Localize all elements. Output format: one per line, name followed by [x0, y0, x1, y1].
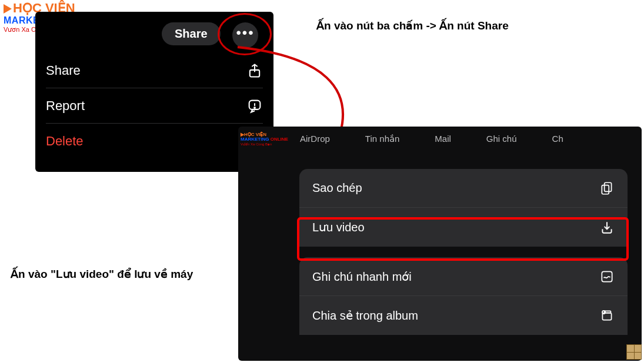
action-copy[interactable]: Sao chép: [299, 169, 628, 208]
share-app-more[interactable]: Ch: [552, 134, 563, 144]
share-apps-row: AirDrop Tin nhắn Mail Ghi chú Ch: [300, 134, 563, 144]
quicknote-icon: [599, 269, 615, 284]
annotation-left: Ấn vào "Lưu video" để lưu về máy: [11, 267, 193, 281]
share-app-mail[interactable]: Mail: [435, 134, 451, 144]
report-icon: [246, 98, 263, 114]
action-quick-note[interactable]: Ghi chú nhanh mới: [299, 257, 628, 296]
menu-item-report[interactable]: Report: [46, 88, 263, 124]
menu-item-label: Share: [46, 63, 81, 78]
share-icon: [246, 62, 263, 79]
action-save-video[interactable]: Lưu video: [299, 208, 628, 247]
annotation-top: Ấn vào nút ba chấm -> Ấn nút Share: [316, 19, 509, 32]
share-header-button[interactable]: Share: [162, 22, 221, 45]
svg-rect-3: [605, 182, 612, 191]
menu-item-share[interactable]: Share: [46, 53, 263, 88]
more-options-button[interactable]: •••: [232, 22, 258, 48]
share-app-messages[interactable]: Tin nhắn: [365, 134, 399, 144]
download-icon: [599, 220, 615, 235]
menu-item-label: Report: [46, 98, 85, 114]
menu-item-label: Delete: [46, 134, 84, 149]
watermark-logo: ▶HỌC VIỆNMARKETING ONLINEVươn Xa Cùng Bạ…: [241, 132, 288, 147]
action-share-album[interactable]: Chia sẻ trong album: [299, 296, 628, 335]
share-sheet-panel: ▶HỌC VIỆNMARKETING ONLINEVươn Xa Cùng Bạ…: [238, 127, 642, 361]
share-app-airdrop[interactable]: AirDrop: [300, 134, 330, 144]
menu-item-delete[interactable]: Delete: [46, 124, 263, 159]
grid-icon: [626, 344, 642, 360]
action-label: Ghi chú nhanh mới: [312, 270, 412, 284]
share-app-notes[interactable]: Ghi chú: [486, 134, 517, 144]
copy-icon: [599, 181, 615, 196]
action-label: Chia sẻ trong album: [312, 308, 418, 323]
svg-rect-5: [602, 271, 612, 281]
svg-rect-4: [602, 185, 609, 194]
action-label: Lưu video: [312, 220, 365, 234]
album-icon: [599, 308, 615, 323]
svg-point-2: [254, 107, 255, 108]
svg-point-8: [602, 311, 605, 314]
action-label: Sao chép: [312, 181, 362, 195]
